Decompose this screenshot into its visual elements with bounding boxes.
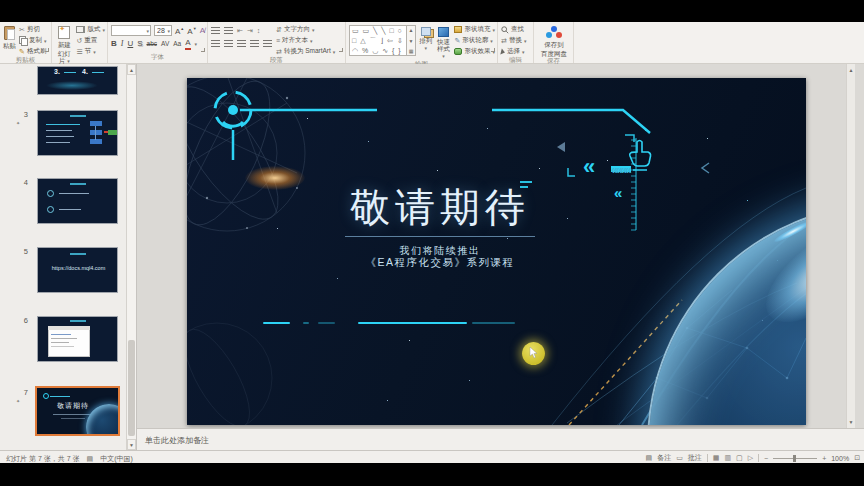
replace-icon: ⇄ xyxy=(501,37,507,44)
format-painter-button[interactable]: ✎格式刷 xyxy=(19,47,47,56)
triangle-marker xyxy=(557,142,565,152)
align-left-icon[interactable] xyxy=(211,40,220,48)
underline-button[interactable]: U xyxy=(127,39,133,49)
thumbnail-slide-4[interactable] xyxy=(37,178,118,224)
animation-indicator-icon: ✦ xyxy=(16,120,20,126)
slideshow-button[interactable]: ▷ xyxy=(748,454,753,462)
line-spacing-icon[interactable]: ↕ xyxy=(257,26,261,36)
language-indicator[interactable]: 中文(中国) xyxy=(100,454,133,464)
strikethrough-button[interactable]: abc xyxy=(147,39,157,49)
zoom-out-button[interactable]: − xyxy=(764,455,768,462)
clipboard-group-label: 剪贴板 xyxy=(0,56,51,64)
copy-button[interactable]: 复制▾ xyxy=(19,36,47,45)
replace-button[interactable]: ⇄替换▾ xyxy=(501,36,526,45)
shape-effects-button[interactable]: 形状效果▾ xyxy=(454,47,495,56)
font-group-label: 字体 xyxy=(108,53,207,63)
normal-view-button[interactable]: ▦ xyxy=(713,454,720,462)
align-right-icon[interactable] xyxy=(237,40,246,48)
decrease-indent-icon[interactable]: ⇤ xyxy=(237,26,243,36)
shapes-gallery-scroll[interactable]: ▲▼▦ xyxy=(407,25,416,56)
notes-placeholder[interactable]: 单击此处添加备注 xyxy=(145,435,209,446)
thumbnail-slide-2[interactable]: 3. 4. xyxy=(37,66,118,95)
font-dialog-launcher[interactable] xyxy=(201,48,205,52)
scissors-icon: ✂ xyxy=(19,26,25,33)
text-shadow-button[interactable]: S xyxy=(137,39,142,49)
slide-position-indicator: 幻灯片 第 7 张，共 7 张 xyxy=(6,454,80,464)
select-button[interactable]: 选择▾ xyxy=(501,47,526,56)
justify-icon[interactable] xyxy=(250,40,259,48)
thumbnail-slide-6[interactable] xyxy=(37,316,118,362)
chevron-left-icon: « xyxy=(583,156,595,178)
columns-icon[interactable] xyxy=(263,40,272,48)
new-slide-button[interactable]: 新建 幻灯片 ▾ xyxy=(55,25,73,65)
scroll-down-arrow[interactable]: ▼ xyxy=(127,439,136,450)
zoom-slider-thumb[interactable] xyxy=(793,455,796,462)
shape-outline-icon: ✎ xyxy=(454,37,460,44)
section-button[interactable]: ☰节▾ xyxy=(76,47,105,56)
smartart-icon: ⇄ xyxy=(276,48,282,55)
cut-button[interactable]: ✂剪切 xyxy=(19,25,47,34)
mouse-pointer-icon xyxy=(529,347,539,359)
align-center-icon[interactable] xyxy=(224,40,233,48)
font-color-button[interactable]: A xyxy=(185,38,190,50)
font-size-combo[interactable]: 28▾ xyxy=(154,25,172,36)
clipboard-dialog-launcher[interactable] xyxy=(45,48,49,52)
shapes-gallery[interactable]: ▭ ▭ ╲ ╲ □ ○ □ △ ⌒ ⌋ ⇦ ⇩ ◠ % ◡ ∿ { } ▲▼▦ xyxy=(349,25,416,56)
reset-button[interactable]: ↺重置 xyxy=(76,36,105,45)
notes-pane[interactable]: 单击此处添加备注 xyxy=(137,428,864,450)
arrange-button[interactable]: 排列▾ xyxy=(419,25,432,52)
find-button[interactable]: 查找 xyxy=(501,25,526,34)
notes-toggle-button[interactable]: 备注 xyxy=(657,453,671,463)
font-name-combo[interactable]: ▾ xyxy=(111,25,151,36)
slide-editing-surface[interactable]: « «««« « 敬请期待 我们将陆续推出 《EA程序化交易》系列课程 xyxy=(187,78,806,425)
align-text-button[interactable]: ≡对齐文本▾ xyxy=(276,36,335,45)
thumbnail-slide-7-selected[interactable]: 敬请期待 xyxy=(35,386,120,436)
thumb7-reticle-icon xyxy=(43,393,49,399)
drawing-dialog-launcher[interactable] xyxy=(491,48,495,52)
zoom-in-button[interactable]: + xyxy=(822,455,826,462)
fit-to-window-button[interactable]: ⊡ xyxy=(854,454,860,462)
slide-sorter-view-button[interactable]: ▥ xyxy=(724,454,731,462)
italic-button[interactable]: I xyxy=(121,39,124,49)
text-direction-button[interactable]: ⇵文字方向▾ xyxy=(276,25,335,34)
layout-button[interactable]: 版式▾ xyxy=(76,25,105,34)
increase-indent-icon[interactable]: ⇥ xyxy=(247,26,253,36)
section-icon: ☰ xyxy=(76,48,82,55)
clear-formatting-button[interactable]: A̸ xyxy=(200,26,205,36)
bold-button[interactable]: B xyxy=(111,39,117,49)
save-to-baidu-button[interactable]: 保存到 百度网盘 xyxy=(541,25,567,57)
numbering-icon[interactable] xyxy=(224,27,233,35)
bullets-icon[interactable] xyxy=(211,27,220,35)
slide-area-scrollbar[interactable]: ▲ ▼ xyxy=(846,64,855,428)
convert-smartart-button[interactable]: ⇄转换为 SmartArt▾ xyxy=(276,47,335,56)
shape-fill-button[interactable]: 形状填充▾ xyxy=(454,25,495,34)
paragraph-dialog-launcher[interactable] xyxy=(339,48,343,52)
thumbnail-scrollbar[interactable]: ▲ ▼ xyxy=(126,64,136,450)
slide-subtitle-line2[interactable]: 《EA程序化交易》系列课程 xyxy=(290,256,590,270)
thumb4-circle xyxy=(47,190,54,197)
character-spacing-button[interactable]: AV xyxy=(161,39,169,49)
grow-font-button[interactable]: A▲ xyxy=(175,24,184,37)
zoom-level[interactable]: 100% xyxy=(831,455,849,462)
scroll-up-arrow[interactable]: ▲ xyxy=(127,64,136,75)
editing-group-label: 编辑 xyxy=(498,56,533,64)
quick-styles-button[interactable]: 快速样式▾ xyxy=(435,25,451,60)
change-case-button[interactable]: Aa xyxy=(173,39,181,49)
scroll-up-arrow[interactable]: ▲ xyxy=(847,65,855,75)
paste-button[interactable]: 粘贴 xyxy=(3,25,16,49)
slide-title-textbox[interactable]: 敬请期待 xyxy=(315,180,565,235)
magnifier-icon xyxy=(501,26,509,34)
scroll-down-arrow[interactable]: ▼ xyxy=(847,417,855,427)
comments-toggle-button[interactable]: 批注 xyxy=(688,453,702,463)
thumbnail-slide-5[interactable]: https://docs.mql4.com xyxy=(37,247,118,293)
powerpoint-window: 粘贴 ✂剪切 复制▾ ✎格式刷 剪贴板 新建 幻灯片 ▾ 版式▾ xyxy=(0,0,864,486)
ribbon-group-paragraph: ⇤ ⇥ ↕ ⇵文字方向▾ ≡对齐文本▾ ⇄转换为 Smart xyxy=(208,22,346,63)
paste-icon xyxy=(4,26,15,40)
shape-outline-button[interactable]: ✎形状轮廓▾ xyxy=(454,36,495,45)
thumbnail-slide-3[interactable] xyxy=(37,110,118,156)
reading-view-button[interactable]: ▢ xyxy=(736,454,743,462)
scrollbar-thumb[interactable] xyxy=(128,340,135,436)
spellcheck-icon[interactable]: ▤ xyxy=(87,455,94,463)
shrink-font-button[interactable]: A▼ xyxy=(187,24,196,37)
zoom-slider[interactable] xyxy=(773,458,817,459)
